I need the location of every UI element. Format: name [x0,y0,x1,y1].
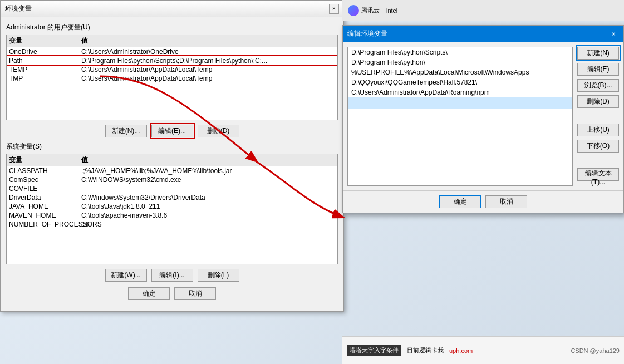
user-header-var: 变量 [9,36,81,46]
edit-env-dialog: 编辑环境变量 × D:\Program Files\python\Scripts… [342,25,624,213]
tag-label: 嗒嗒大字入字条件 [347,345,401,356]
table-row[interactable]: DriverData C:\Windows\System32\Drivers\D… [7,193,337,202]
user-header-val: 值 [81,36,335,46]
edit-text-button[interactable]: 编辑文本(T)... [577,168,619,181]
edit-edit-button[interactable]: 编辑(E) [577,63,619,76]
browser-logo-icon [348,5,359,16]
env-cancel-button[interactable]: 取消 [174,287,216,300]
system-new-button[interactable]: 新建(W)... [105,269,147,282]
table-row[interactable]: COVFILE [7,184,337,193]
edit-path-input[interactable] [348,97,572,109]
system-table-body: CLASSPATH .;%JAVA_HOME%\lib;%JAVA_HOME%\… [7,166,337,264]
table-row[interactable]: OneDrive C:\Users\Administrator\OneDrive [7,47,337,56]
article-label: 目前逻辑卡我 [407,346,444,355]
env-dialog-title-bar: 环境变量 × [1,1,343,17]
list-item[interactable]: D:\Program Files\python\Scripts\ [348,47,572,57]
browser-logo: 腾讯云 intel [348,5,397,16]
user-edit-button[interactable]: 编辑(E)... [151,125,193,137]
env-dialog-body: Administrator 的用户变量(U) 变量 值 OneDrive C:\… [1,17,343,311]
system-edit-button[interactable]: 编辑(I)... [151,269,193,282]
system-table-header: 变量 值 [7,154,337,166]
edit-dialog-close-button[interactable]: × [608,28,619,40]
user-btn-row: 新建(N)... 编辑(E)... 删除(D) [6,125,338,137]
table-row[interactable]: CLASSPATH .;%JAVA_HOME%\lib;%JAVA_HOME%\… [7,166,337,175]
table-row[interactable]: JAVA_HOME C:\tools\Java\jdk1.8.0_211 [7,202,337,211]
list-item[interactable]: %USERPROFILE%\AppData\Local\Microsoft\Wi… [348,67,572,77]
edit-movedown-button[interactable]: 下移(O) [577,140,619,153]
system-vars-section: 系统变量(S) 变量 值 CLASSPATH .;%JAVA_HOME%\lib… [6,142,338,282]
user-delete-button[interactable]: 删除(D) [198,125,239,137]
env-dialog: 环境变量 × Administrator 的用户变量(U) 变量 值 OneDr… [0,0,344,312]
intel-label: intel [386,7,397,14]
edit-browse-button[interactable]: 浏览(B)... [577,79,619,92]
edit-dialog-body: D:\Program Files\python\Scripts\ D:\Prog… [343,42,623,190]
browser-top-bar: 腾讯云 intel [342,0,624,21]
list-item-editing[interactable] [348,97,572,109]
env-dialog-footer: 确定 取消 [6,287,338,306]
table-row-path[interactable]: Path D:\Program Files\python\Scripts\;D:… [7,56,337,65]
edit-dialog-title-bar: 编辑环境变量 × [343,26,623,42]
list-item[interactable]: C:\Users\Administrator\AppData\Roaming\n… [348,87,572,97]
table-row[interactable]: NUMBER_OF_PROCESSORS 16 [7,220,337,229]
user-vars-table: 变量 值 OneDrive C:\Users\Administrator\One… [6,35,338,120]
list-item[interactable]: D:\QQyouxi\QQGameTempest\Hall.57821\ [348,77,572,87]
system-header-var: 变量 [9,155,81,165]
edit-new-button[interactable]: 新建(N) [577,47,619,60]
user-new-button[interactable]: 新建(N)... [105,125,147,137]
browser-bottom-bar: 嗒嗒大字入字条件 目前逻辑卡我 uph.com CSDN @yaha129 [342,336,624,364]
edit-delete-button[interactable]: 删除(D) [577,95,619,108]
user-table-header: 变量 值 [7,35,337,47]
site-label: uph.com [449,347,473,354]
table-row[interactable]: TMP C:\Users\Administrator\AppData\Local… [7,74,337,83]
table-row[interactable]: MAVEN_HOME C:\tools\apache-maven-3.8.6 [7,211,337,220]
edit-dialog-footer: 确定 取消 [343,190,623,213]
env-ok-button[interactable]: 确定 [128,287,170,300]
table-row[interactable]: TEMP C:\Users\Administrator\AppData\Loca… [7,65,337,74]
system-header-val: 值 [81,155,335,165]
system-delete-button[interactable]: 删除(L) [198,269,239,282]
user-section-label: Administrator 的用户变量(U) [6,23,338,32]
system-btn-row: 新建(W)... 编辑(I)... 删除(L) [6,269,338,282]
edit-moveup-button[interactable]: 上移(U) [577,124,619,136]
edit-ok-button[interactable]: 确定 [439,195,481,208]
table-row[interactable]: ComSpec C:\WINDOWS\system32\cmd.exe [7,175,337,184]
env-dialog-close-button[interactable]: × [329,4,339,14]
user-table-body: OneDrive C:\Users\Administrator\OneDrive… [7,47,337,120]
list-item[interactable]: D:\Program Files\python\ [348,57,572,67]
edit-action-buttons: 新建(N) 编辑(E) 浏览(B)... 删除(D) 上移(U) 下移(O) 编… [577,47,619,186]
edit-list: D:\Program Files\python\Scripts\ D:\Prog… [347,47,573,186]
system-vars-table: 变量 值 CLASSPATH .;%JAVA_HOME%\lib;%JAVA_H… [6,154,338,264]
browser-name: 腾讯云 [361,6,380,14]
csdn-label: CSDN @yaha129 [571,347,620,354]
system-section-label: 系统变量(S) [6,142,338,151]
edit-cancel-button[interactable]: 取消 [485,195,527,208]
env-dialog-title: 环境变量 [5,4,32,13]
edit-dialog-title: 编辑环境变量 [347,29,387,38]
